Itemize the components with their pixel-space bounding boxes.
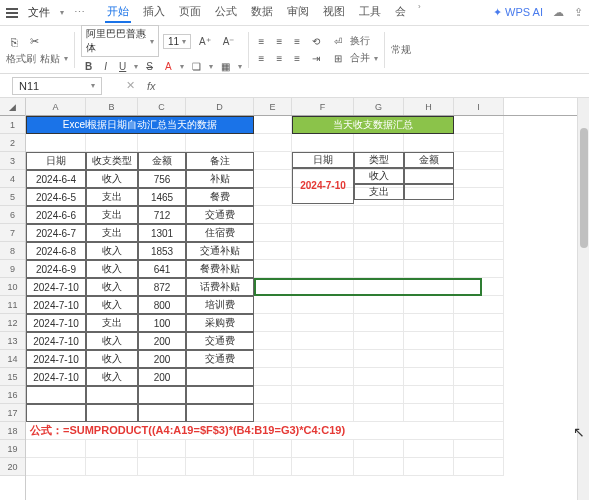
cell[interactable]: 类型 <box>354 152 404 168</box>
cell[interactable] <box>86 458 138 476</box>
row-header[interactable]: 2 <box>0 134 25 152</box>
row-header[interactable]: 12 <box>0 314 25 332</box>
cell[interactable] <box>292 332 354 350</box>
cell[interactable] <box>292 296 354 314</box>
menu-icon[interactable] <box>6 8 18 18</box>
wrap-icon[interactable]: ⏎ <box>330 34 346 49</box>
cell[interactable]: 补贴 <box>186 170 254 188</box>
cell[interactable] <box>404 242 454 260</box>
cell[interactable] <box>292 386 354 404</box>
cell[interactable] <box>292 224 354 242</box>
cell[interactable] <box>354 296 404 314</box>
cell[interactable] <box>186 386 254 404</box>
cell[interactable] <box>454 332 504 350</box>
size-select[interactable]: 11▾ <box>163 34 191 49</box>
cell[interactable]: 支出 <box>354 184 404 200</box>
cell[interactable] <box>404 224 454 242</box>
cell[interactable] <box>354 458 404 476</box>
cell[interactable]: 备注 <box>186 152 254 170</box>
cell[interactable]: 住宿费 <box>186 224 254 242</box>
row-header[interactable]: 18 <box>0 422 25 440</box>
row-header[interactable]: 7 <box>0 224 25 242</box>
cell[interactable] <box>86 440 138 458</box>
cell[interactable] <box>292 260 354 278</box>
cell[interactable]: 餐费 <box>186 188 254 206</box>
cell[interactable] <box>454 188 504 206</box>
format-painter[interactable]: 格式刷 <box>6 52 36 66</box>
cell[interactable]: 支出 <box>86 224 138 242</box>
row-header[interactable]: 9 <box>0 260 25 278</box>
tab-data[interactable]: 数据 <box>249 2 275 23</box>
cell[interactable] <box>254 170 292 188</box>
cell[interactable] <box>254 404 292 422</box>
cell[interactable] <box>86 134 138 152</box>
cell[interactable] <box>354 224 404 242</box>
increase-font[interactable]: A⁺ <box>195 34 215 49</box>
cell[interactable] <box>254 386 292 404</box>
cell[interactable] <box>454 242 504 260</box>
cell[interactable]: 收入 <box>86 332 138 350</box>
row-header[interactable]: 19 <box>0 440 25 458</box>
col-header[interactable]: D <box>186 98 254 115</box>
cell[interactable] <box>404 184 454 200</box>
cell[interactable] <box>254 206 292 224</box>
cell[interactable] <box>454 224 504 242</box>
merge-icon[interactable]: ⊞ <box>330 51 346 66</box>
cell[interactable]: 1465 <box>138 188 186 206</box>
cell[interactable] <box>186 458 254 476</box>
cell[interactable] <box>292 440 354 458</box>
cell[interactable] <box>454 368 504 386</box>
row-header[interactable]: 10 <box>0 278 25 296</box>
cell[interactable] <box>354 386 404 404</box>
cell[interactable]: 756 <box>138 170 186 188</box>
cell[interactable] <box>254 314 292 332</box>
col-header[interactable]: E <box>254 98 292 115</box>
cell[interactable] <box>404 458 454 476</box>
cell[interactable]: 支出 <box>86 188 138 206</box>
tab-home[interactable]: 开始 <box>105 2 131 23</box>
cell[interactable] <box>454 206 504 224</box>
wrap-text[interactable]: 换行 <box>350 34 370 48</box>
align-center[interactable]: ≡ <box>272 51 286 66</box>
cell[interactable] <box>404 296 454 314</box>
file-dropdown-icon[interactable]: ▾ <box>60 8 64 17</box>
border-button[interactable]: ▦ <box>217 59 234 74</box>
underline-button[interactable]: U <box>115 59 130 74</box>
cell[interactable]: 712 <box>138 206 186 224</box>
cell[interactable] <box>404 168 454 184</box>
tab-insert[interactable]: 插入 <box>141 2 167 23</box>
cell[interactable] <box>454 152 504 170</box>
cell[interactable]: 1301 <box>138 224 186 242</box>
cell[interactable] <box>404 260 454 278</box>
cell[interactable]: 当天收支数据汇总 <box>292 116 454 134</box>
file-menu[interactable]: 文件 <box>28 5 50 20</box>
cell[interactable] <box>404 404 454 422</box>
cell[interactable]: 200 <box>138 332 186 350</box>
fx-icon[interactable]: fx <box>147 80 156 92</box>
cell[interactable]: 话费补贴 <box>186 278 254 296</box>
tab-page[interactable]: 页面 <box>177 2 203 23</box>
font-select[interactable]: 阿里巴巴普惠体▾ <box>81 25 159 57</box>
cell[interactable] <box>254 152 292 170</box>
cell[interactable]: 收入 <box>86 170 138 188</box>
row-header[interactable]: 20 <box>0 458 25 476</box>
cell[interactable] <box>292 368 354 386</box>
cell[interactable]: 收入 <box>86 368 138 386</box>
cell[interactable] <box>138 134 186 152</box>
tabs-overflow-icon[interactable]: › <box>418 2 421 23</box>
cell[interactable]: 收入 <box>354 168 404 184</box>
cell[interactable] <box>404 206 454 224</box>
cell[interactable] <box>186 134 254 152</box>
cell[interactable]: 2024-7-10 <box>292 168 354 204</box>
cell[interactable] <box>254 260 292 278</box>
cell[interactable]: 交通费 <box>186 332 254 350</box>
cell[interactable]: 金额 <box>138 152 186 170</box>
cell[interactable] <box>254 350 292 368</box>
cell[interactable] <box>454 440 504 458</box>
cell[interactable] <box>404 368 454 386</box>
number-format[interactable]: 常规 <box>391 43 411 57</box>
cell[interactable] <box>26 386 86 404</box>
cell[interactable]: 2024-6-5 <box>26 188 86 206</box>
cell[interactable] <box>404 440 454 458</box>
cut-icon[interactable]: ✂ <box>26 34 42 50</box>
